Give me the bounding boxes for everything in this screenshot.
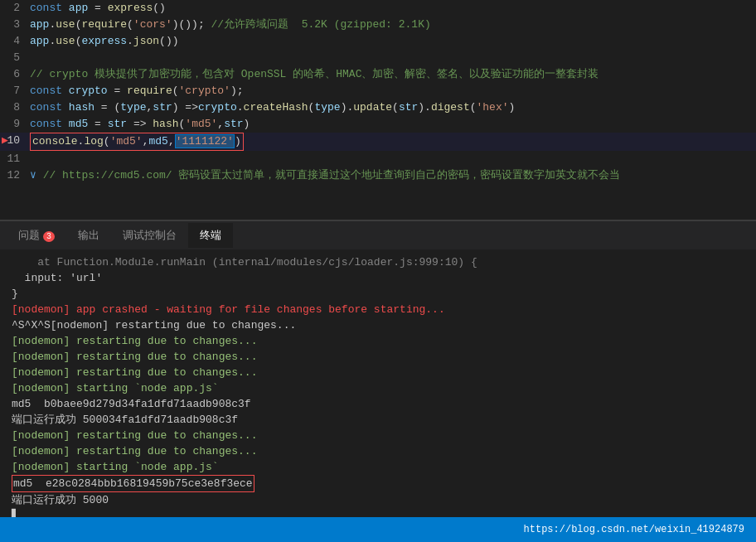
code-content-8: const hash = (type,str) =>crypto.createH… xyxy=(30,99,753,116)
terminal-line-3: } xyxy=(12,286,744,302)
terminal-area: at Function.Module.runMain (internal/mod… xyxy=(0,249,756,518)
line-num-12: 12 xyxy=(3,167,30,184)
code-line-8: 8 const hash = (type,str) =>crypto.creat… xyxy=(0,99,756,116)
terminal-line-7: [nodemon] restarting due to changes... xyxy=(12,349,744,365)
terminal-line-13: [nodemon] restarting due to changes... xyxy=(12,443,744,459)
line-num-7: 7 xyxy=(3,83,30,99)
terminal-line-10: md5 b0baee9d279d34fa1dfd71aadb908c3f xyxy=(12,396,744,412)
code-content-10: console.log('md5',md5,'1111122') xyxy=(30,133,753,151)
tab-problems-badge: 3 xyxy=(43,231,55,242)
tab-output[interactable]: 输出 xyxy=(66,223,111,248)
terminal-line-5: ^S^X^S[nodemon] restarting due to change… xyxy=(12,317,744,333)
line-num-5: 5 xyxy=(3,50,30,66)
code-line-11: 11 xyxy=(0,151,756,167)
code-content-7: const crypto = require('crypto'); xyxy=(30,83,753,99)
code-content-3: app.use(require('cors')()); //允许跨域问题 5.2… xyxy=(30,17,753,33)
line-num-3: 3 xyxy=(3,17,30,33)
terminal-line-1: at Function.Module.runMain (internal/mod… xyxy=(12,254,744,270)
terminal-line-11: 端口运行成功 500034fa1dfd71aadb908c3f xyxy=(12,412,744,428)
code-line-4: 4 app.use(express.json()) xyxy=(0,33,756,50)
status-url: https://blog.csdn.net/weixin_41924879 xyxy=(524,524,744,535)
terminal-line-4: [nodemon] app crashed - waiting for file… xyxy=(12,302,744,317)
tab-terminal-label: 终端 xyxy=(200,230,221,242)
tab-problems[interactable]: 问题3 xyxy=(7,223,66,248)
code-line-3: 3 app.use(require('cors')()); //允许跨域问题 5… xyxy=(0,17,756,33)
tab-debug-console[interactable]: 调试控制台 xyxy=(111,223,188,248)
terminal-line-16: 端口运行成功 5000 xyxy=(12,492,744,508)
line-num-9: 9 xyxy=(3,116,30,133)
code-line-7: 7 const crypto = require('crypto'); xyxy=(0,83,756,99)
line-num-11: 11 xyxy=(3,151,30,167)
tab-problems-label: 问题 xyxy=(18,230,40,242)
code-content-6: // crypto 模块提供了加密功能，包含对 OpenSSL 的哈希、HMAC… xyxy=(30,66,753,83)
code-content-9: const md5 = str => hash('md5',str) xyxy=(30,116,753,133)
line-num-6: 6 xyxy=(3,66,30,83)
code-line-5: 5 xyxy=(0,50,756,66)
terminal-line-15: md5 e28c0284bbb16819459b75ce3e8f3ece xyxy=(12,475,744,492)
code-line-12: 12 ∨ // https://cmd5.com/ 密码设置太过简单，就可直接通… xyxy=(0,167,756,184)
tabs-bar: 问题3 输出 调试控制台 终端 xyxy=(0,220,756,249)
terminal-line-12: [nodemon] restarting due to changes... xyxy=(12,428,744,443)
editor-area: 2 const app = express() 3 app.use(requir… xyxy=(0,0,756,220)
code-line-10: 10 console.log('md5',md5,'1111122') xyxy=(0,133,756,151)
line-num-10: 10 xyxy=(3,133,30,149)
code-line-6: 6 // crypto 模块提供了加密功能，包含对 OpenSSL 的哈希、HM… xyxy=(0,66,756,83)
terminal-line-14: [nodemon] starting `node app.js` xyxy=(12,459,744,475)
terminal-line-8: [nodemon] restarting due to changes... xyxy=(12,365,744,380)
code-line-2: 2 const app = express() xyxy=(0,0,756,17)
line-num-4: 4 xyxy=(3,33,30,50)
tab-debug-label: 调试控制台 xyxy=(123,230,177,242)
terminal-line-2: input: 'url' xyxy=(12,270,744,286)
line-num-2: 2 xyxy=(3,0,30,17)
code-line-9: 9 const md5 = str => hash('md5',str) xyxy=(0,116,756,133)
terminal-line-6: [nodemon] restarting due to changes... xyxy=(12,333,744,349)
code-content-4: app.use(express.json()) xyxy=(30,33,753,50)
code-content-12: ∨ // https://cmd5.com/ 密码设置太过简单，就可直接通过这个… xyxy=(30,167,753,184)
terminal-line-9: [nodemon] starting `node app.js` xyxy=(12,380,744,396)
tab-terminal[interactable]: 终端 xyxy=(188,223,233,248)
status-bar: https://blog.csdn.net/weixin_41924879 xyxy=(0,517,756,542)
code-content-2: const app = express() xyxy=(30,0,753,17)
tab-output-label: 输出 xyxy=(78,230,99,242)
line-num-8: 8 xyxy=(3,99,30,116)
